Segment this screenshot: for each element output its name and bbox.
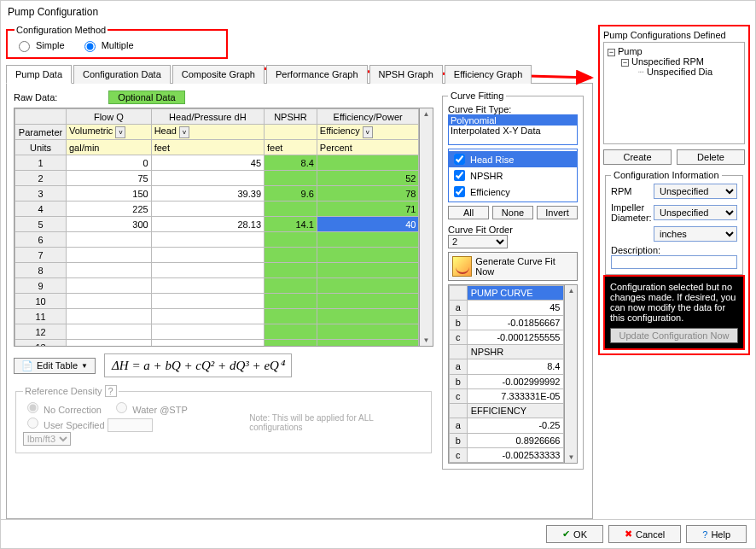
density-value-input[interactable] xyxy=(108,418,153,432)
cancel-button[interactable]: ✖Cancel xyxy=(608,525,681,543)
create-button[interactable]: Create xyxy=(603,149,672,165)
check-icon: ✔ xyxy=(562,529,570,540)
tab-efficiency-graph[interactable]: Efficiency Graph xyxy=(445,65,532,84)
rpm-select[interactable]: Unspecified xyxy=(654,184,737,199)
curve-fit-type-label: Curve Fit Type: xyxy=(448,104,578,114)
description-label: Description: xyxy=(611,245,737,255)
update-configuration-button[interactable]: Update Configuration Now xyxy=(610,328,738,343)
configuration-information: Configuration Information RPMUnspecified… xyxy=(605,170,743,275)
tab-performance-graph[interactable]: Performance Graph xyxy=(266,65,368,84)
config-method-legend: Configuration Method xyxy=(15,25,108,35)
config-tree[interactable]: −Pump −Unspecified RPM ┈ Unspecified Dia xyxy=(603,42,745,144)
radio-water-stp[interactable]: Water @STP xyxy=(112,405,188,415)
curve-fitting-group: Curve Fitting Curve Fit Type: Polynomial… xyxy=(442,91,584,470)
config-method-group: Configuration Method Simple Multiple xyxy=(6,25,228,59)
generate-curve-fit-button[interactable]: Generate Curve Fit Now xyxy=(448,252,578,281)
curve-fit-type-list[interactable]: Polynomial Interpolated X-Y Data xyxy=(448,114,578,145)
radio-multiple[interactable]: Multiple xyxy=(80,38,134,52)
curve-fit-order-label: Curve Fit Order xyxy=(448,225,578,235)
tab-pump-data[interactable]: Pump Data xyxy=(6,65,72,84)
edit-table-button[interactable]: 📄Edit Table ▼ xyxy=(14,358,96,374)
radio-user-specified[interactable]: User Specified xyxy=(23,420,105,430)
impeller-select[interactable]: Unspecified xyxy=(654,205,737,220)
coef-scrollbar[interactable] xyxy=(564,285,577,463)
help-icon: ? xyxy=(702,529,707,540)
tab-composite-graph[interactable]: Composite Graph xyxy=(172,65,265,84)
help-button[interactable]: ?Help xyxy=(686,525,747,543)
radio-simple[interactable]: Simple xyxy=(15,38,65,52)
curve-fit-order-select[interactable]: 2 xyxy=(448,235,508,248)
optional-data-button[interactable]: Optional Data xyxy=(108,91,184,104)
ok-button[interactable]: ✔OK xyxy=(546,525,603,543)
density-note: Note: This will be applied for ALL confi… xyxy=(249,413,424,432)
table-icon: 📄 xyxy=(21,360,33,371)
coefficient-table[interactable]: PUMP CURVEa45b-0.01856667c-0.0001255555N… xyxy=(448,284,578,464)
select-all-button[interactable]: All xyxy=(448,206,489,219)
tab-bar: Pump Data Configuration Data Composite G… xyxy=(6,64,593,84)
pump-configurations-defined: Pump Configurations Defined −Pump −Unspe… xyxy=(598,25,750,355)
raw-data-label: Raw Data: xyxy=(14,92,57,102)
status-message: Configuration selected but no changes ma… xyxy=(603,275,745,350)
grid-scrollbar[interactable] xyxy=(419,108,433,346)
help-icon[interactable]: ? xyxy=(105,385,117,397)
x-icon: ✖ xyxy=(625,529,632,540)
curve-series-checklist[interactable]: Head Rise NPSHR Efficiency xyxy=(448,149,578,202)
delete-button[interactable]: Delete xyxy=(677,149,745,165)
select-none-button[interactable]: None xyxy=(492,206,533,219)
curve-icon xyxy=(452,256,472,277)
reference-density-group: Reference Density ? No Correction Water … xyxy=(15,386,432,453)
impeller-unit-select[interactable]: inches xyxy=(654,226,737,242)
description-input[interactable] xyxy=(611,255,737,269)
density-unit-select[interactable]: lbm/ft3 xyxy=(23,432,71,446)
raw-data-grid[interactable]: Flow QHead/Pressure dHNPSHREfficiency/Po… xyxy=(14,108,433,347)
tab-npsh-graph[interactable]: NPSH Graph xyxy=(369,65,443,84)
formula-display: ΔH = a + bQ + cQ² + dQ³ + eQ⁴ xyxy=(104,353,292,377)
window-title: Pump Configuration xyxy=(1,1,755,23)
invert-button[interactable]: Invert xyxy=(537,206,578,219)
tab-configuration-data[interactable]: Configuration Data xyxy=(73,65,171,84)
radio-no-correction[interactable]: No Correction xyxy=(23,405,102,415)
